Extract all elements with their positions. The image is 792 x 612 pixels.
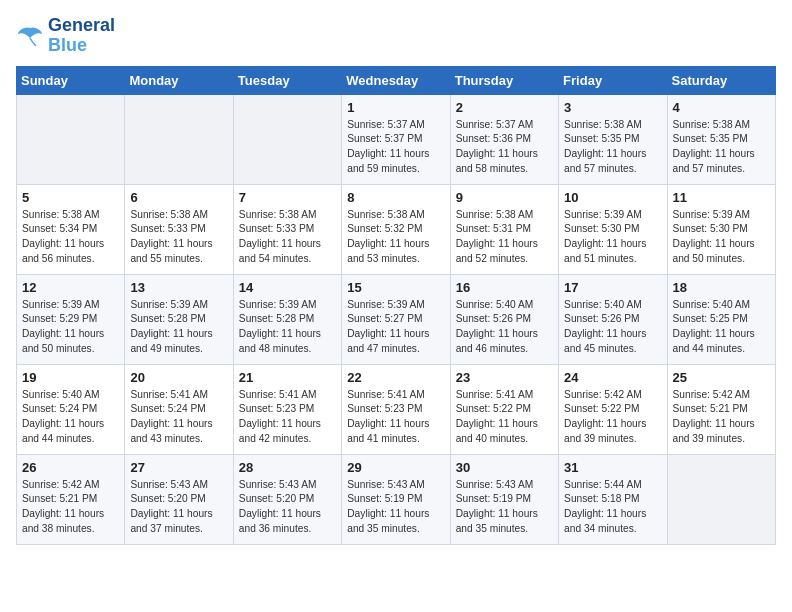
weekday-header-friday: Friday [559, 66, 667, 94]
calendar-cell: 6Sunrise: 5:38 AM Sunset: 5:33 PM Daylig… [125, 184, 233, 274]
calendar-cell: 1Sunrise: 5:37 AM Sunset: 5:37 PM Daylig… [342, 94, 450, 184]
calendar-cell: 30Sunrise: 5:43 AM Sunset: 5:19 PM Dayli… [450, 454, 558, 544]
calendar-cell: 25Sunrise: 5:42 AM Sunset: 5:21 PM Dayli… [667, 364, 775, 454]
day-info: Sunrise: 5:42 AM Sunset: 5:21 PM Dayligh… [673, 388, 770, 447]
day-info: Sunrise: 5:43 AM Sunset: 5:19 PM Dayligh… [456, 478, 553, 537]
calendar-cell: 2Sunrise: 5:37 AM Sunset: 5:36 PM Daylig… [450, 94, 558, 184]
day-info: Sunrise: 5:43 AM Sunset: 5:20 PM Dayligh… [130, 478, 227, 537]
calendar-cell: 17Sunrise: 5:40 AM Sunset: 5:26 PM Dayli… [559, 274, 667, 364]
calendar-cell: 27Sunrise: 5:43 AM Sunset: 5:20 PM Dayli… [125, 454, 233, 544]
day-info: Sunrise: 5:41 AM Sunset: 5:23 PM Dayligh… [239, 388, 336, 447]
day-number: 30 [456, 460, 553, 475]
logo: GeneralBlue [16, 16, 115, 56]
day-info: Sunrise: 5:39 AM Sunset: 5:30 PM Dayligh… [564, 208, 661, 267]
day-info: Sunrise: 5:37 AM Sunset: 5:37 PM Dayligh… [347, 118, 444, 177]
calendar-cell: 13Sunrise: 5:39 AM Sunset: 5:28 PM Dayli… [125, 274, 233, 364]
calendar-cell: 10Sunrise: 5:39 AM Sunset: 5:30 PM Dayli… [559, 184, 667, 274]
day-info: Sunrise: 5:37 AM Sunset: 5:36 PM Dayligh… [456, 118, 553, 177]
weekday-header-tuesday: Tuesday [233, 66, 341, 94]
day-info: Sunrise: 5:39 AM Sunset: 5:28 PM Dayligh… [239, 298, 336, 357]
weekday-header-row: SundayMondayTuesdayWednesdayThursdayFrid… [17, 66, 776, 94]
day-number: 14 [239, 280, 336, 295]
day-info: Sunrise: 5:41 AM Sunset: 5:24 PM Dayligh… [130, 388, 227, 447]
weekday-header-wednesday: Wednesday [342, 66, 450, 94]
day-info: Sunrise: 5:39 AM Sunset: 5:27 PM Dayligh… [347, 298, 444, 357]
day-number: 24 [564, 370, 661, 385]
calendar-cell: 20Sunrise: 5:41 AM Sunset: 5:24 PM Dayli… [125, 364, 233, 454]
calendar-cell: 9Sunrise: 5:38 AM Sunset: 5:31 PM Daylig… [450, 184, 558, 274]
calendar-cell: 19Sunrise: 5:40 AM Sunset: 5:24 PM Dayli… [17, 364, 125, 454]
weekday-header-saturday: Saturday [667, 66, 775, 94]
logo-text: GeneralBlue [48, 16, 115, 56]
weekday-header-monday: Monday [125, 66, 233, 94]
calendar-cell: 26Sunrise: 5:42 AM Sunset: 5:21 PM Dayli… [17, 454, 125, 544]
day-number: 18 [673, 280, 770, 295]
day-number: 1 [347, 100, 444, 115]
day-info: Sunrise: 5:40 AM Sunset: 5:26 PM Dayligh… [456, 298, 553, 357]
day-number: 11 [673, 190, 770, 205]
day-number: 9 [456, 190, 553, 205]
calendar-cell: 12Sunrise: 5:39 AM Sunset: 5:29 PM Dayli… [17, 274, 125, 364]
calendar-cell: 11Sunrise: 5:39 AM Sunset: 5:30 PM Dayli… [667, 184, 775, 274]
day-number: 5 [22, 190, 119, 205]
calendar-week-row: 5Sunrise: 5:38 AM Sunset: 5:34 PM Daylig… [17, 184, 776, 274]
calendar-table: SundayMondayTuesdayWednesdayThursdayFrid… [16, 66, 776, 545]
calendar-cell: 21Sunrise: 5:41 AM Sunset: 5:23 PM Dayli… [233, 364, 341, 454]
day-number: 29 [347, 460, 444, 475]
calendar-cell [233, 94, 341, 184]
page-header: GeneralBlue [16, 16, 776, 56]
calendar-week-row: 26Sunrise: 5:42 AM Sunset: 5:21 PM Dayli… [17, 454, 776, 544]
day-info: Sunrise: 5:38 AM Sunset: 5:33 PM Dayligh… [239, 208, 336, 267]
calendar-cell: 4Sunrise: 5:38 AM Sunset: 5:35 PM Daylig… [667, 94, 775, 184]
day-info: Sunrise: 5:38 AM Sunset: 5:35 PM Dayligh… [673, 118, 770, 177]
calendar-cell: 18Sunrise: 5:40 AM Sunset: 5:25 PM Dayli… [667, 274, 775, 364]
day-number: 28 [239, 460, 336, 475]
day-info: Sunrise: 5:39 AM Sunset: 5:30 PM Dayligh… [673, 208, 770, 267]
calendar-cell: 28Sunrise: 5:43 AM Sunset: 5:20 PM Dayli… [233, 454, 341, 544]
day-info: Sunrise: 5:40 AM Sunset: 5:25 PM Dayligh… [673, 298, 770, 357]
logo-icon [16, 24, 44, 48]
day-number: 12 [22, 280, 119, 295]
day-number: 31 [564, 460, 661, 475]
day-number: 6 [130, 190, 227, 205]
day-number: 21 [239, 370, 336, 385]
day-number: 17 [564, 280, 661, 295]
calendar-cell: 3Sunrise: 5:38 AM Sunset: 5:35 PM Daylig… [559, 94, 667, 184]
day-number: 27 [130, 460, 227, 475]
day-info: Sunrise: 5:38 AM Sunset: 5:33 PM Dayligh… [130, 208, 227, 267]
day-number: 26 [22, 460, 119, 475]
calendar-week-row: 1Sunrise: 5:37 AM Sunset: 5:37 PM Daylig… [17, 94, 776, 184]
day-info: Sunrise: 5:39 AM Sunset: 5:28 PM Dayligh… [130, 298, 227, 357]
day-number: 19 [22, 370, 119, 385]
day-info: Sunrise: 5:38 AM Sunset: 5:32 PM Dayligh… [347, 208, 444, 267]
calendar-cell [17, 94, 125, 184]
day-info: Sunrise: 5:40 AM Sunset: 5:26 PM Dayligh… [564, 298, 661, 357]
day-info: Sunrise: 5:43 AM Sunset: 5:20 PM Dayligh… [239, 478, 336, 537]
day-number: 3 [564, 100, 661, 115]
day-info: Sunrise: 5:38 AM Sunset: 5:31 PM Dayligh… [456, 208, 553, 267]
day-info: Sunrise: 5:42 AM Sunset: 5:21 PM Dayligh… [22, 478, 119, 537]
day-number: 15 [347, 280, 444, 295]
day-info: Sunrise: 5:43 AM Sunset: 5:19 PM Dayligh… [347, 478, 444, 537]
day-number: 22 [347, 370, 444, 385]
calendar-cell: 8Sunrise: 5:38 AM Sunset: 5:32 PM Daylig… [342, 184, 450, 274]
day-info: Sunrise: 5:42 AM Sunset: 5:22 PM Dayligh… [564, 388, 661, 447]
calendar-cell: 23Sunrise: 5:41 AM Sunset: 5:22 PM Dayli… [450, 364, 558, 454]
day-info: Sunrise: 5:41 AM Sunset: 5:23 PM Dayligh… [347, 388, 444, 447]
calendar-cell: 16Sunrise: 5:40 AM Sunset: 5:26 PM Dayli… [450, 274, 558, 364]
calendar-cell: 5Sunrise: 5:38 AM Sunset: 5:34 PM Daylig… [17, 184, 125, 274]
calendar-cell [125, 94, 233, 184]
day-info: Sunrise: 5:38 AM Sunset: 5:34 PM Dayligh… [22, 208, 119, 267]
calendar-cell: 15Sunrise: 5:39 AM Sunset: 5:27 PM Dayli… [342, 274, 450, 364]
calendar-cell: 7Sunrise: 5:38 AM Sunset: 5:33 PM Daylig… [233, 184, 341, 274]
calendar-cell: 14Sunrise: 5:39 AM Sunset: 5:28 PM Dayli… [233, 274, 341, 364]
calendar-cell: 24Sunrise: 5:42 AM Sunset: 5:22 PM Dayli… [559, 364, 667, 454]
calendar-cell [667, 454, 775, 544]
calendar-cell: 31Sunrise: 5:44 AM Sunset: 5:18 PM Dayli… [559, 454, 667, 544]
day-number: 8 [347, 190, 444, 205]
day-info: Sunrise: 5:38 AM Sunset: 5:35 PM Dayligh… [564, 118, 661, 177]
day-number: 20 [130, 370, 227, 385]
day-info: Sunrise: 5:39 AM Sunset: 5:29 PM Dayligh… [22, 298, 119, 357]
day-number: 23 [456, 370, 553, 385]
day-number: 16 [456, 280, 553, 295]
